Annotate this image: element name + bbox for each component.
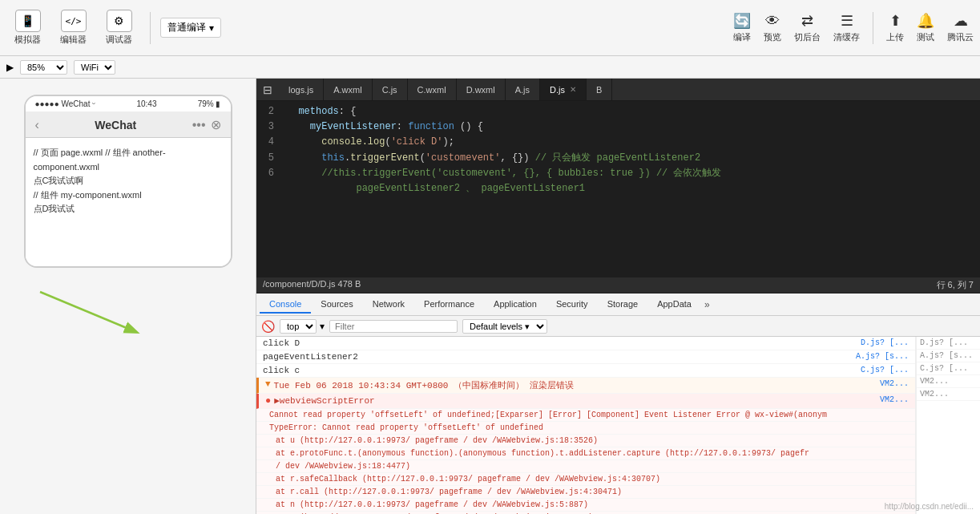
error-sub-2: TypeError: Cannot read property 'offsetL… <box>256 422 915 435</box>
line-text: click c <box>263 366 300 375</box>
upload-action[interactable]: ⬆ 上传 <box>886 12 904 43</box>
phone-signal: ●●●●● WeChat ᵕ <box>35 99 96 108</box>
error-main-ref[interactable]: VM2... <box>880 395 909 404</box>
sidebar-ref-1: D.js? [... <box>917 337 980 350</box>
clear-console-icon[interactable]: 🚫 <box>261 320 275 333</box>
line-ref[interactable]: D.js? [... <box>861 338 909 347</box>
sidebar-ref-4: VM2... <box>917 375 980 388</box>
wechat-bar: ‹ WeChat ••• ⊗ <box>26 112 231 138</box>
toolbar-sep-1 <box>150 12 151 44</box>
close-icon[interactable]: ⊗ <box>211 117 221 132</box>
webview-script-error-toggle[interactable]: ▶webviewScriptError <box>274 395 374 406</box>
console-line-page-event: pageEventListener2 A.js? [s... <box>256 350 915 364</box>
console-line-click-d: click D D.js? [... <box>256 337 915 350</box>
error-link-4[interactable]: at r.safeCallback (http://127.0.0.1:9973… <box>256 473 915 486</box>
annotation-area <box>16 284 256 348</box>
simulator-panel: ●●●●● WeChat ᵕ 10:43 79% ▮ ‹ WeChat ••• … <box>0 79 256 514</box>
network-select[interactable]: WiFi 3G 4G <box>74 60 115 75</box>
arrow-annotation <box>16 284 176 348</box>
tab-a-wxml[interactable]: A.wxml <box>324 79 372 100</box>
error-link-5[interactable]: at r.call (http://127.0.0.1:9973/ pagefr… <box>256 486 915 499</box>
error-header-text: Tue Feb 06 2018 10:43:34 GMT+0800 （中国标准时… <box>274 379 574 391</box>
content-line-4: // 组件 my-component.wxml <box>34 188 223 203</box>
tab-security[interactable]: Security <box>546 296 598 314</box>
tab-c-js[interactable]: C.js <box>373 79 408 100</box>
tab-application[interactable]: Application <box>484 296 546 314</box>
zoom-select[interactable]: 85% 100% 75% <box>20 60 67 75</box>
more-tabs-icon[interactable]: » <box>704 299 710 310</box>
tab-console[interactable]: Console <box>260 296 311 314</box>
second-toolbar: ▶ 85% 100% 75% WiFi 3G 4G <box>0 56 980 79</box>
watermark: http://blog.csdn.net/edii... <box>885 502 974 511</box>
file-path: /component/D/D.js 478 B <box>263 279 361 291</box>
content-line-3[interactable]: 点C我试试啊 <box>34 174 223 188</box>
line-text: pageEventListener2 <box>263 352 358 362</box>
tab-sources[interactable]: Sources <box>311 296 362 314</box>
tab-d-wxml[interactable]: D.wxml <box>457 79 506 100</box>
error-link-6[interactable]: at n (http://127.0.0.1:9973/ pageframe /… <box>256 499 915 512</box>
tencentcloud-action[interactable]: ☁ 腾讯云 <box>947 12 974 43</box>
phone-frame: ●●●●● WeChat ᵕ 10:43 79% ▮ ‹ WeChat ••• … <box>24 95 232 268</box>
console-main[interactable]: click D D.js? [... pageEventListener2 A.… <box>256 337 916 514</box>
tab-performance[interactable]: Performance <box>414 296 484 314</box>
more-icon[interactable]: ••• <box>192 118 206 132</box>
sidebar-ref-5: VM2... <box>917 388 980 401</box>
debugger-label: 调试器 <box>106 34 132 46</box>
content-line-5[interactable]: 点D我试试 <box>34 202 223 217</box>
content-line-2: component.wxml <box>34 160 223 175</box>
tab-toggle-icon[interactable]: ⊟ <box>256 83 279 96</box>
toolbar-sep-2 <box>873 12 873 44</box>
editor-button[interactable]: </> 编辑器 <box>52 6 95 49</box>
tab-close-icon[interactable]: ✕ <box>570 85 576 94</box>
phone-content: // 页面 page.wxml // 组件 another- component… <box>26 138 231 266</box>
tab-network[interactable]: Network <box>363 296 414 314</box>
test-action[interactable]: 🔔 测试 <box>917 12 934 43</box>
code-editor[interactable]: 2 3 4 5 6 methods: { myEventListener: fu… <box>256 101 980 277</box>
phone-battery: 79% ▮ <box>198 99 221 108</box>
console-filter: top ▾ <box>280 319 325 334</box>
console-output: click D D.js? [... pageEventListener2 A.… <box>256 337 980 514</box>
editor-panel: ⊟ logs.js A.wxml C.js C.wxml D.wxml A.js… <box>256 79 980 514</box>
context-select[interactable]: top <box>280 319 317 334</box>
tab-storage[interactable]: Storage <box>598 296 648 314</box>
line-ref[interactable]: A.js? [s... <box>856 352 909 361</box>
cutover-action[interactable]: ⇄ 切后台 <box>794 12 821 43</box>
cursor-position: 行 6, 列 7 <box>937 279 974 291</box>
main-layout: ●●●●● WeChat ᵕ 10:43 79% ▮ ‹ WeChat ••• … <box>0 79 980 514</box>
console-toolbar: 🚫 top ▾ Default levels ▾ <box>256 316 980 337</box>
phone-status-bar: ●●●●● WeChat ᵕ 10:43 79% ▮ <box>26 96 231 112</box>
sidebar-ref-2: A.js? [s... <box>917 350 980 362</box>
debugger-button[interactable]: ⚙ 调试器 <box>98 6 140 49</box>
compile-label: 普通编译 <box>167 21 206 34</box>
error-link-1[interactable]: at u (http://127.0.0.1:9973/ pageframe /… <box>256 435 915 447</box>
compile-dropdown[interactable]: 普通编译 ▾ <box>160 18 221 38</box>
simulator-button[interactable]: 📱 模拟器 <box>6 6 49 49</box>
triangle-icon: ▼ <box>265 379 271 389</box>
tab-logs-js[interactable]: logs.js <box>279 79 324 100</box>
console-filter-input[interactable] <box>329 320 458 333</box>
collapse-icon[interactable]: ▶ <box>6 62 14 73</box>
line-ref[interactable]: C.js? [... <box>861 366 909 374</box>
code-content[interactable]: methods: { myEventListener: function () … <box>280 101 980 277</box>
tab-c-wxml[interactable]: C.wxml <box>408 79 457 100</box>
tab-a-js[interactable]: A.js <box>506 79 540 100</box>
tab-b[interactable]: B <box>587 79 612 100</box>
compile-action[interactable]: 🔄 编译 <box>733 12 751 43</box>
cache-action[interactable]: ☰ 清缓存 <box>833 12 860 43</box>
compile-dropdown-arrow: ▾ <box>209 22 214 34</box>
file-tabs: ⊟ logs.js A.wxml C.js C.wxml D.wxml A.js… <box>256 79 980 101</box>
error-ref-1[interactable]: VM2... <box>880 379 909 388</box>
tab-appdata[interactable]: AppData <box>647 296 701 314</box>
svg-line-1 <box>40 292 136 332</box>
levels-select[interactable]: Default levels ▾ <box>462 319 547 334</box>
error-link-2[interactable]: at e.protoFunc.t.(anonymous function).(a… <box>256 447 915 460</box>
devtools-tabs: Console Sources Network Performance Appl… <box>256 293 980 316</box>
tab-d-js[interactable]: D.js ✕ <box>540 79 587 100</box>
console-sidebar-refs: D.js? [... A.js? [s... C.js? [... VM2...… <box>916 337 980 514</box>
preview-action[interactable]: 👁 预览 <box>764 13 781 43</box>
console-error-header-1: ▼ Tue Feb 06 2018 10:43:34 GMT+0800 （中国标… <box>256 378 915 394</box>
line-numbers: 2 3 4 5 6 <box>256 101 280 277</box>
line-text: click D <box>263 338 300 348</box>
toolbar-buttons: 📱 模拟器 </> 编辑器 ⚙ 调试器 <box>6 6 140 49</box>
error-link-3[interactable]: / dev /WAWebview.js:18:4477) <box>256 460 915 473</box>
